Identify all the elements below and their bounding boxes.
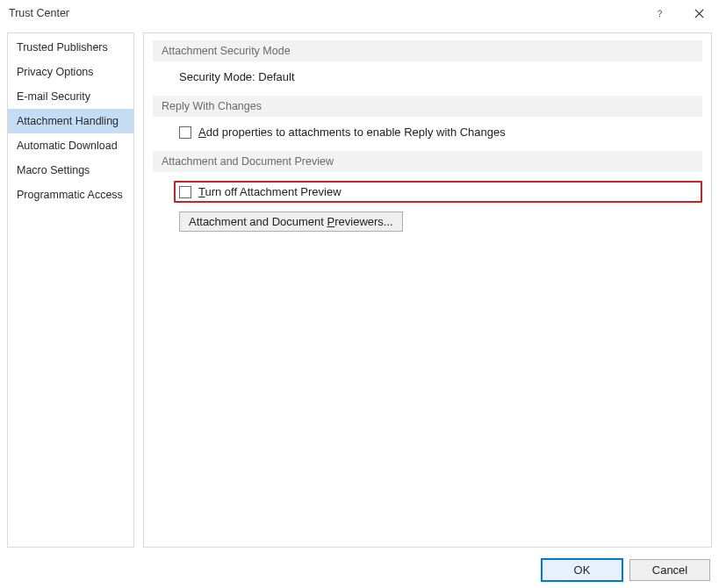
sidebar-item-label: Attachment Handling: [17, 115, 119, 127]
section-header-reply: Reply With Changes: [153, 96, 702, 117]
main-panel: Attachment Security Mode Security Mode: …: [143, 32, 712, 548]
checkbox-turn-off-preview-label: Turn off Attachment Preview: [198, 185, 342, 198]
sidebar-item-privacy-options[interactable]: Privacy Options: [8, 60, 133, 84]
ok-button[interactable]: OK: [542, 559, 622, 581]
help-icon: [655, 9, 665, 18]
trust-center-window: Trust Center Trusted Publishers Privacy …: [0, 0, 719, 588]
sidebar: Trusted Publishers Privacy Options E-mai…: [7, 32, 134, 548]
sidebar-item-label: Macro Settings: [17, 164, 90, 176]
section-body-preview: Turn off Attachment Preview Attachment a…: [153, 172, 702, 244]
sidebar-item-automatic-download[interactable]: Automatic Download: [8, 133, 133, 158]
svg-point-0: [659, 16, 660, 17]
checkbox-turn-off-preview[interactable]: Turn off Attachment Preview: [179, 185, 342, 198]
checkbox-add-properties-input[interactable]: [179, 126, 191, 139]
section-header-preview: Attachment and Document Preview: [153, 151, 702, 172]
sidebar-item-label: E-mail Security: [17, 90, 90, 103]
sidebar-item-programmatic-access[interactable]: Programmatic Access: [8, 183, 133, 207]
titlebar: Trust Center: [0, 0, 719, 27]
section-header-security-mode: Attachment Security Mode: [153, 40, 702, 61]
close-button[interactable]: [679, 0, 719, 26]
previewers-button[interactable]: Attachment and Document Previewers...: [179, 212, 403, 232]
close-icon: [694, 9, 704, 18]
sidebar-item-macro-settings[interactable]: Macro Settings: [8, 158, 133, 183]
sidebar-item-email-security[interactable]: E-mail Security: [8, 84, 133, 109]
sidebar-item-label: Automatic Download: [17, 140, 118, 152]
dialog-footer: OK Cancel: [0, 551, 719, 588]
sidebar-item-label: Privacy Options: [17, 66, 94, 78]
cancel-button[interactable]: Cancel: [629, 559, 710, 581]
sidebar-item-label: Programmatic Access: [17, 189, 123, 201]
section-body-security-mode: Security Mode: Default: [153, 61, 702, 96]
highlight-turn-off-preview: Turn off Attachment Preview: [174, 181, 702, 203]
checkbox-add-properties[interactable]: Add properties to attachments to enable …: [179, 125, 506, 139]
sidebar-item-trusted-publishers[interactable]: Trusted Publishers: [8, 35, 133, 60]
dialog-body: Trusted Publishers Privacy Options E-mai…: [0, 27, 719, 551]
checkbox-turn-off-preview-input[interactable]: [179, 186, 191, 198]
sidebar-item-label: Trusted Publishers: [17, 41, 108, 54]
window-title: Trust Center: [9, 7, 69, 19]
security-mode-value: Security Mode: Default: [179, 70, 702, 83]
sidebar-item-attachment-handling[interactable]: Attachment Handling: [8, 109, 133, 133]
section-body-reply: Add properties to attachments to enable …: [153, 117, 702, 151]
help-button[interactable]: [640, 0, 679, 26]
checkbox-add-properties-label: Add properties to attachments to enable …: [198, 125, 506, 139]
